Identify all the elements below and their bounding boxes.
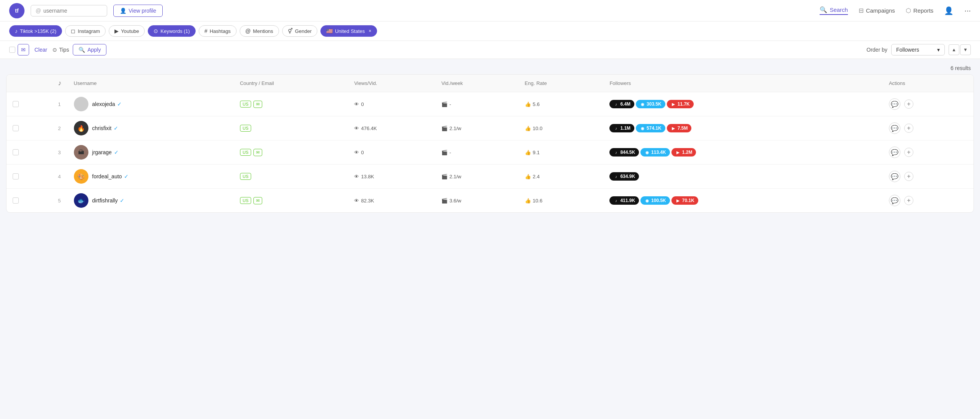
- account-icon[interactable]: 👤: [944, 6, 954, 15]
- bulk-email-button[interactable]: ✉: [18, 44, 29, 55]
- verified-badge: ✓: [124, 173, 129, 179]
- followers-cell: ♪ 844.5K ◉ 113.4K ▶ 1.2M: [609, 148, 846, 157]
- tiktok-badge-icon: ♪: [613, 174, 619, 179]
- message-button[interactable]: 💬: [889, 147, 900, 158]
- message-button[interactable]: 💬: [889, 122, 900, 134]
- username-cell: dirtfishrally ✓: [92, 197, 125, 204]
- follower-badge-instagram: ◉ 574.1K: [636, 124, 665, 132]
- message-button[interactable]: 💬: [889, 195, 900, 206]
- row-checkbox[interactable]: [13, 173, 19, 179]
- eye-icon: 👁: [354, 126, 359, 131]
- country-email-cell: US ✉: [240, 197, 342, 204]
- username-cell: jrgarage ✓: [92, 149, 119, 155]
- flag-us-icon: 🇺🇸: [326, 28, 333, 34]
- views-cell: 👁 82.3K: [354, 198, 429, 204]
- filter-country[interactable]: 🇺🇸 United States ×: [320, 25, 377, 37]
- filter-gender[interactable]: ⚥ Gender: [282, 25, 317, 37]
- table-row: 4 🎨 fordeal_auto ✓ US 👁 13.8K🎬 2.1/w👍 2.…: [7, 165, 973, 189]
- add-to-campaign-button[interactable]: +: [904, 148, 913, 157]
- filter-keywords[interactable]: ⊙ Keywords (1): [148, 25, 196, 37]
- follower-badge-instagram: ◉ 100.5K: [640, 196, 670, 205]
- tiktok-header-icon: ♪: [58, 79, 62, 87]
- username-input-wrap[interactable]: @: [31, 5, 107, 16]
- header: tf @ 👤 View profile 🔍 Search ⊟ Campaigns…: [0, 0, 980, 21]
- country-badge: US: [240, 125, 251, 132]
- follower-badge-youtube: ▶ 11.7K: [667, 100, 694, 108]
- row-checkbox[interactable]: [13, 101, 19, 107]
- tiktok-follower-count: 411.9K: [620, 198, 635, 203]
- row-number: 1: [52, 92, 68, 116]
- video-icon: 🎬: [441, 126, 448, 131]
- add-to-campaign-button[interactable]: +: [904, 99, 913, 109]
- instagram-follower-count: 100.5K: [651, 198, 666, 203]
- chevron-down-icon: ▾: [937, 47, 940, 53]
- instagram-badge-icon: ◉: [640, 101, 645, 107]
- followers-cell: ♪ 1.1M ◉ 574.1K ▶ 7.5M: [609, 124, 846, 132]
- filter-instagram[interactable]: ◻ Instagram: [65, 25, 106, 37]
- sort-desc-button[interactable]: ▼: [960, 44, 971, 55]
- logo-icon: tf: [9, 3, 24, 18]
- follower-badge-instagram: ◉ 303.5K: [636, 100, 665, 108]
- message-button[interactable]: 💬: [889, 171, 900, 182]
- th-spacer: [853, 75, 883, 92]
- like-icon: 👍: [525, 101, 531, 107]
- clear-button[interactable]: Clear: [33, 44, 49, 55]
- add-to-campaign-button[interactable]: +: [904, 124, 913, 133]
- tiktok-follower-count: 844.5K: [620, 150, 635, 155]
- instagram-badge-icon: ◉: [644, 198, 650, 203]
- sort-asc-button[interactable]: ▲: [949, 44, 959, 55]
- row-checkbox[interactable]: [13, 197, 19, 204]
- country-email-cell: US: [240, 125, 342, 132]
- table-row: 3 🏔 jrgarage ✓ US ✉ 👁 0🎬 -👍 9.1 ♪ 844.5K…: [7, 140, 973, 165]
- sort-buttons: ▲ ▼: [949, 44, 971, 55]
- add-to-campaign-button[interactable]: +: [904, 172, 913, 181]
- order-by-select[interactable]: Followers ▾: [891, 44, 945, 55]
- toolbar-right: Order by Followers ▾ ▲ ▼: [867, 44, 971, 55]
- message-button[interactable]: 💬: [889, 98, 900, 110]
- instagram-badge-icon: ◉: [644, 150, 650, 155]
- remove-country-filter-icon[interactable]: ×: [369, 28, 371, 34]
- select-all-checkbox[interactable]: [9, 47, 15, 53]
- filter-tiktok[interactable]: ♪ Tiktok >135K (2): [9, 25, 62, 37]
- tips-button[interactable]: ⊙ Tips: [52, 47, 69, 53]
- filter-mentions[interactable]: @ Mentions: [240, 25, 279, 37]
- reports-icon: ⬡: [906, 7, 911, 14]
- username-input[interactable]: [43, 8, 102, 14]
- username-cell: chrisfixit ✓: [92, 125, 119, 131]
- verified-badge: ✓: [120, 197, 124, 204]
- nav-reports[interactable]: ⬡ Reports: [906, 7, 934, 14]
- youtube-badge-icon: ▶: [671, 126, 676, 131]
- eye-icon: 👁: [354, 198, 359, 204]
- like-icon: 👍: [525, 126, 531, 131]
- eye-icon: 👁: [354, 174, 359, 179]
- country-email-cell: US: [240, 173, 342, 180]
- view-profile-button[interactable]: 👤 View profile: [113, 5, 163, 17]
- eng-rate-cell: 👍 10.0: [525, 126, 598, 131]
- row-checkbox[interactable]: [13, 125, 19, 131]
- th-checkbox: [7, 75, 52, 92]
- youtube-follower-count: 1.2M: [682, 150, 693, 155]
- video-icon: 🎬: [441, 198, 448, 204]
- at-sign-icon: @: [36, 8, 41, 14]
- search-icon: 🔍: [820, 6, 827, 13]
- th-username: Username: [68, 75, 234, 92]
- views-cell: 👁 0: [354, 150, 429, 155]
- results-table-wrap: ♪ Username Country / Email Views/Vid. Vi…: [6, 74, 974, 213]
- instagram-chip-icon: ◻: [71, 28, 75, 34]
- user-outline-icon: 👤: [120, 8, 126, 14]
- nav-campaigns[interactable]: ⊟ Campaigns: [859, 7, 895, 14]
- more-options-button[interactable]: ···: [964, 6, 971, 15]
- row-checkbox[interactable]: [13, 149, 19, 155]
- add-to-campaign-button[interactable]: +: [904, 196, 913, 205]
- nav-search[interactable]: 🔍 Search: [820, 6, 848, 15]
- eng-rate-cell: 👍 9.1: [525, 150, 598, 155]
- apply-search-icon: 🔍: [78, 47, 85, 53]
- follower-badge-tiktok: ♪ 6.4M: [609, 100, 634, 108]
- filter-hashtags[interactable]: # Hashtags: [199, 25, 237, 37]
- th-followers: Followers: [603, 75, 853, 92]
- filter-youtube[interactable]: ▶ Youtube: [109, 25, 145, 37]
- eye-icon: 👁: [354, 150, 359, 155]
- username-cell: alexojeda ✓: [92, 101, 122, 107]
- follower-badge-tiktok: ♪ 411.9K: [609, 196, 639, 205]
- apply-button[interactable]: 🔍 Apply: [73, 44, 106, 55]
